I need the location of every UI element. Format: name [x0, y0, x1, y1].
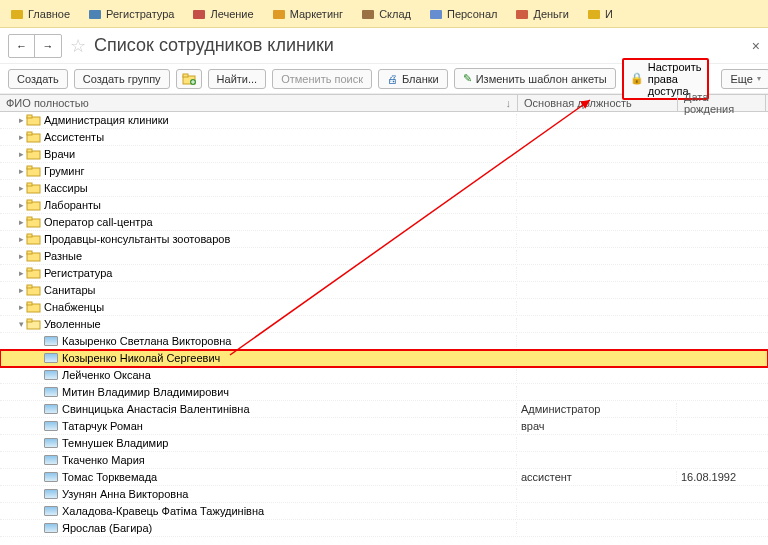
topnav-item[interactable]: Маркетинг	[266, 5, 349, 23]
svg-rect-22	[27, 200, 32, 203]
new-folder-icon[interactable]	[176, 69, 202, 89]
svg-rect-20	[27, 183, 32, 186]
expand-icon[interactable]: ▸	[16, 200, 26, 210]
blanks-button[interactable]: 🖨Бланки	[378, 69, 448, 89]
topnav-item[interactable]: Деньги	[509, 5, 575, 23]
folder-row[interactable]: ▸Разные	[0, 248, 768, 265]
expand-icon[interactable]: ▸	[16, 132, 26, 142]
person-row[interactable]: Халадова-Кравець Фатіма Тажудинівна	[0, 503, 768, 520]
expand-icon[interactable]: ▸	[16, 234, 26, 244]
folder-row[interactable]: ▸Груминг	[0, 163, 768, 180]
folder-label: Уволенные	[44, 318, 101, 330]
topnav-item[interactable]: Главное	[4, 5, 76, 23]
expand-icon[interactable]: ▸	[16, 217, 26, 227]
topnav-label: Маркетинг	[290, 8, 343, 20]
person-name: Свинцицька Анастасія Валентинівна	[62, 403, 250, 415]
create-button[interactable]: Создать	[8, 69, 68, 89]
create-group-button[interactable]: Создать группу	[74, 69, 170, 89]
person-icon	[44, 472, 58, 482]
person-icon	[44, 523, 58, 533]
folder-row[interactable]: ▸Снабженцы	[0, 299, 768, 316]
edit-template-button[interactable]: ✎Изменить шаблон анкеты	[454, 68, 616, 89]
folder-row[interactable]: ▾Уволенные	[0, 316, 768, 333]
folder-label: Лаборанты	[44, 199, 101, 211]
person-name: Ярослав (Багира)	[62, 522, 152, 534]
expand-icon[interactable]: ▾	[16, 319, 26, 329]
folder-icon	[26, 114, 42, 126]
folder-icon	[26, 165, 42, 177]
folder-label: Разные	[44, 250, 82, 262]
folder-row[interactable]: ▸Ассистенты	[0, 129, 768, 146]
expand-icon[interactable]: ▸	[16, 149, 26, 159]
svg-rect-4	[362, 10, 374, 19]
person-icon	[44, 506, 58, 516]
module-icon	[272, 7, 286, 21]
person-row[interactable]: Томас Торквемадаассистент16.08.1992	[0, 469, 768, 486]
topnav-label: Деньги	[533, 8, 569, 20]
person-row[interactable]: Темнушек Владимир	[0, 435, 768, 452]
topnav-item[interactable]: Персонал	[423, 5, 504, 23]
favorite-icon[interactable]: ☆	[70, 35, 86, 57]
folder-label: Санитары	[44, 284, 95, 296]
person-row[interactable]: Козыренко Николай Сергеевич	[0, 350, 768, 367]
folder-row[interactable]: ▸Продавцы-консультанты зоотоваров	[0, 231, 768, 248]
person-dob: 16.08.1992	[677, 471, 763, 483]
back-button[interactable]: ←	[9, 35, 35, 57]
person-icon	[44, 438, 58, 448]
folder-row[interactable]: ▸Врачи	[0, 146, 768, 163]
col-position[interactable]: Основная должность	[518, 95, 678, 111]
person-row[interactable]: Лейченко Оксана	[0, 367, 768, 384]
person-position: Администратор	[517, 403, 677, 415]
folder-row[interactable]: ▸Регистратура	[0, 265, 768, 282]
cancel-search-button[interactable]: Отменить поиск	[272, 69, 372, 89]
person-icon	[44, 353, 58, 363]
folder-label: Оператор call-центра	[44, 216, 153, 228]
sort-asc-icon: ↓	[506, 97, 512, 109]
find-button[interactable]: Найти...	[208, 69, 267, 89]
person-icon	[44, 404, 58, 414]
expand-icon[interactable]: ▸	[16, 115, 26, 125]
close-icon[interactable]: ×	[752, 38, 760, 54]
expand-icon[interactable]: ▸	[16, 285, 26, 295]
folder-row[interactable]: ▸Оператор call-центра	[0, 214, 768, 231]
folder-label: Врачи	[44, 148, 75, 160]
topnav-item[interactable]: Регистратура	[82, 5, 180, 23]
printer-icon: 🖨	[387, 73, 398, 85]
person-icon	[44, 421, 58, 431]
more-button[interactable]: Еще ▾	[721, 69, 768, 89]
folder-row[interactable]: ▸Администрация клиники	[0, 112, 768, 129]
employee-tree[interactable]: ▸Администрация клиники▸Ассистенты▸Врачи▸…	[0, 112, 768, 545]
svg-rect-0	[11, 10, 23, 19]
person-row[interactable]: Свинцицька Анастасія ВалентинівнаАдминис…	[0, 401, 768, 418]
expand-icon[interactable]: ▸	[16, 166, 26, 176]
expand-icon[interactable]: ▸	[16, 268, 26, 278]
topnav-item[interactable]: И	[581, 5, 619, 23]
topnav-item[interactable]: Склад	[355, 5, 417, 23]
person-name: Темнушек Владимир	[62, 437, 168, 449]
topnav-label: Главное	[28, 8, 70, 20]
module-icon	[429, 7, 443, 21]
person-row[interactable]: Узунян Анна Викторовна	[0, 486, 768, 503]
person-row[interactable]: Митин Владимир Владимирович	[0, 384, 768, 401]
folder-icon	[26, 301, 42, 313]
person-icon	[44, 370, 58, 380]
topnav-label: Регистратура	[106, 8, 174, 20]
expand-icon[interactable]: ▸	[16, 183, 26, 193]
person-row[interactable]: Казыренко Светлана Викторовна	[0, 333, 768, 350]
topnav-item[interactable]: Лечение	[186, 5, 259, 23]
svg-rect-16	[27, 149, 32, 152]
person-row[interactable]: Ткаченко Мария	[0, 452, 768, 469]
folder-row[interactable]: ▸Кассиры	[0, 180, 768, 197]
col-dob[interactable]: Дата рождения	[678, 95, 766, 111]
expand-icon[interactable]: ▸	[16, 302, 26, 312]
expand-icon[interactable]: ▸	[16, 251, 26, 261]
svg-rect-7	[588, 10, 600, 19]
topnav-label: И	[605, 8, 613, 20]
module-icon	[88, 7, 102, 21]
person-row[interactable]: Татарчук Романврач	[0, 418, 768, 435]
folder-row[interactable]: ▸Лаборанты	[0, 197, 768, 214]
folder-row[interactable]: ▸Санитары	[0, 282, 768, 299]
person-row[interactable]: Ярослав (Багира)	[0, 520, 768, 537]
forward-button[interactable]: →	[35, 35, 61, 57]
col-name[interactable]: ФИО полностью↓	[0, 95, 518, 111]
